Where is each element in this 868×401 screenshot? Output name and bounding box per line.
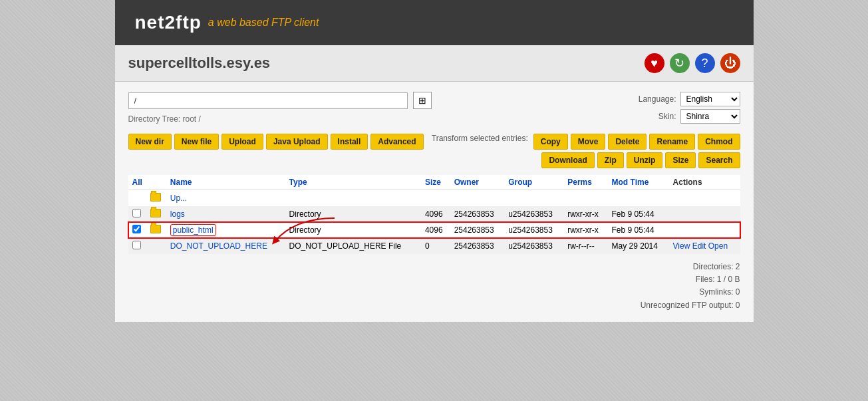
advanced-button[interactable]: Advanced — [370, 134, 423, 150]
select-all-link[interactable]: All — [132, 178, 142, 187]
unzip-button[interactable]: Unzip — [627, 152, 663, 168]
row-name-cell: public_html — [166, 222, 285, 238]
skin-row: Skin: Shinra Default — [658, 109, 740, 124]
table-row: public_htmlDirectory4096254263853u254263… — [128, 222, 740, 238]
app-logo: net2ftp — [135, 12, 202, 33]
row-name-cell: logs — [166, 206, 285, 222]
th-type: Type — [285, 175, 421, 190]
row-owner-cell: 254263853 — [450, 206, 505, 222]
row-checkbox-cell — [128, 238, 146, 254]
th-perms: Perms — [563, 175, 607, 190]
row-size-cell: 4096 — [421, 222, 450, 238]
help-icon[interactable]: ? — [695, 53, 715, 73]
app-tagline: a web based FTP client — [208, 17, 319, 29]
row-modtime-cell: Feb 9 05:44 — [608, 206, 669, 222]
search-button[interactable]: Search — [698, 152, 740, 168]
transform-row1: Transform selected entries: Copy Move De… — [432, 134, 740, 150]
new-dir-button[interactable]: New dir — [128, 134, 172, 150]
power-icon[interactable]: ⏻ — [720, 53, 740, 73]
sort-owner-link[interactable]: Owner — [454, 178, 479, 187]
stat-unrecognized: Unrecognized FTP output: 0 — [128, 299, 740, 312]
row-perms-cell: rw-r--r-- — [563, 238, 607, 254]
row-perms-cell: rwxr-xr-x — [563, 222, 607, 238]
th-all: All — [128, 175, 146, 190]
sort-modtime-link[interactable]: Mod Time — [612, 178, 649, 187]
row-size-cell: 4096 — [421, 206, 450, 222]
row-checkbox[interactable] — [132, 225, 141, 233]
chmod-button[interactable]: Chmod — [698, 134, 740, 150]
header-icons: ♥ ↻ ? ⏻ — [645, 53, 740, 73]
stat-files: Files: 1 / 0 B — [128, 273, 740, 286]
row-action-edit-link[interactable]: Edit — [692, 241, 706, 251]
upload-button[interactable]: Upload — [221, 134, 263, 150]
row-actions-cell: View Edit Open — [669, 238, 740, 254]
heart-icon[interactable]: ♥ — [645, 53, 664, 73]
action-btns-right: Transform selected entries: Copy Move De… — [432, 134, 740, 168]
th-icon — [146, 175, 166, 190]
folder-icon — [150, 193, 161, 201]
path-row: ⊞ — [128, 92, 625, 109]
transform-label: Transform selected entries: — [432, 134, 528, 150]
directory-tree: Directory Tree: root / — [128, 114, 625, 124]
th-owner: Owner — [450, 175, 505, 190]
table-row: DO_NOT_UPLOAD_HEREDO_NOT_UPLOAD_HERE Fil… — [128, 238, 740, 254]
size-button[interactable]: Size — [665, 152, 696, 168]
path-go-button[interactable]: ⊞ — [413, 92, 432, 109]
row-checkbox[interactable] — [132, 209, 141, 217]
file-table-wrapper: All Name Type Size Owner Group Perms Mod… — [128, 175, 740, 312]
row-action-open-link[interactable]: Open — [708, 241, 728, 251]
row-checkbox[interactable] — [132, 241, 141, 249]
row-size-cell: 0 — [421, 238, 450, 254]
sort-name-link[interactable]: Name — [170, 178, 192, 187]
file-table: All Name Type Size Owner Group Perms Mod… — [128, 175, 740, 254]
folder-icon — [150, 209, 161, 217]
delete-button[interactable]: Delete — [608, 134, 647, 150]
row-name-link[interactable]: logs — [170, 209, 185, 219]
row-modtime-cell — [608, 190, 669, 207]
row-checkbox-cell — [128, 190, 146, 207]
skin-select[interactable]: Shinra Default — [680, 109, 740, 124]
row-group-cell: u254263853 — [504, 222, 563, 238]
th-group: Group — [504, 175, 563, 190]
path-left: ⊞ Directory Tree: root / — [128, 92, 625, 134]
download-button[interactable]: Download — [541, 152, 594, 168]
path-area: ⊞ Directory Tree: root / Language: Engli… — [128, 92, 740, 134]
sort-group-link[interactable]: Group — [508, 178, 532, 187]
new-file-button[interactable]: New file — [174, 134, 219, 150]
row-type-cell: Directory — [285, 222, 421, 238]
move-button[interactable]: Move — [571, 134, 606, 150]
header: net2ftp a web based FTP client — [115, 0, 754, 45]
toolbar-area: supercelltolls.esy.es ♥ ↻ ? ⏻ — [115, 45, 754, 82]
zip-button[interactable]: Zip — [597, 152, 624, 168]
refresh-icon[interactable]: ↻ — [670, 53, 690, 73]
row-icon-cell — [146, 222, 166, 238]
row-name-link[interactable]: Up... — [170, 194, 187, 203]
path-input[interactable] — [128, 92, 408, 109]
table-header-row: All Name Type Size Owner Group Perms Mod… — [128, 175, 740, 190]
row-perms-cell — [563, 190, 607, 207]
row-name-link[interactable]: public_html — [170, 224, 216, 236]
java-upload-button[interactable]: Java Upload — [266, 134, 328, 150]
row-modtime-cell: May 29 2014 — [608, 238, 669, 254]
content-area: ⊞ Directory Tree: root / Language: Engli… — [115, 82, 754, 322]
sort-perms-link[interactable]: Perms — [567, 178, 592, 187]
sort-size-link[interactable]: Size — [425, 178, 441, 187]
row-name-link[interactable]: DO_NOT_UPLOAD_HERE — [170, 241, 267, 251]
row-owner-cell — [450, 190, 505, 207]
row-icon-cell — [146, 206, 166, 222]
table-row: logsDirectory4096254263853u254263853rwxr… — [128, 206, 740, 222]
sort-type-link[interactable]: Type — [289, 178, 307, 187]
row-icon-cell — [146, 190, 166, 207]
rename-button[interactable]: Rename — [649, 134, 695, 150]
copy-button[interactable]: Copy — [533, 134, 568, 150]
table-row: Up... — [128, 190, 740, 207]
stats-area: Directories: 2 Files: 1 / 0 B Symlinks: … — [128, 261, 740, 312]
row-action-view-link[interactable]: View — [673, 241, 690, 251]
row-actions-cell — [669, 222, 740, 238]
language-select[interactable]: English French German Spanish — [680, 92, 740, 106]
row-icon-cell — [146, 238, 166, 254]
language-row: Language: English French German Spanish — [639, 92, 740, 106]
row-owner-cell: 254263853 — [450, 238, 505, 254]
install-button[interactable]: Install — [331, 134, 368, 150]
row-group-cell — [504, 190, 563, 207]
